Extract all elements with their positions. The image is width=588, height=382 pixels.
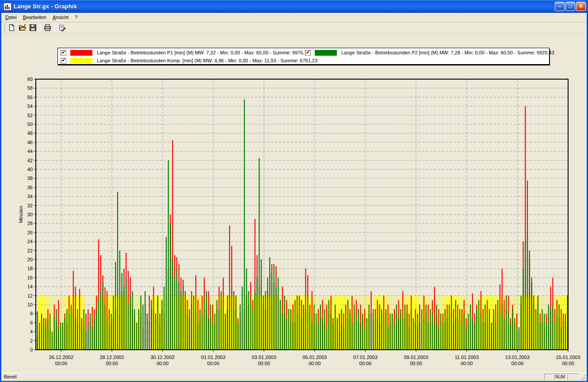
open-folder-icon xyxy=(19,24,26,31)
svg-text:32: 32 xyxy=(27,203,33,208)
svg-text:54: 54 xyxy=(27,103,33,109)
svg-text:20: 20 xyxy=(27,257,33,262)
chart-options-button[interactable] xyxy=(57,23,67,33)
toolbar xyxy=(1,21,587,34)
svg-text:28.12.2002: 28.12.2002 xyxy=(99,355,124,360)
svg-text:26: 26 xyxy=(27,230,33,235)
svg-text:36: 36 xyxy=(27,185,33,190)
svg-text:50: 50 xyxy=(27,122,33,127)
resize-grip[interactable] xyxy=(580,374,586,380)
svg-text:00:00: 00:00 xyxy=(309,361,321,366)
svg-text:00:00: 00:00 xyxy=(410,361,422,366)
svg-text:13.01.2003: 13.01.2003 xyxy=(505,355,530,360)
svg-text:00:00: 00:00 xyxy=(106,361,118,366)
svg-text:00:00: 00:00 xyxy=(157,361,169,366)
svg-text:58: 58 xyxy=(27,85,33,91)
open-button[interactable] xyxy=(17,23,27,33)
new-document-icon xyxy=(8,24,15,31)
chart-options-icon xyxy=(58,24,66,31)
y-axis-title: Minuten xyxy=(18,206,23,223)
svg-text:30.12.2002: 30.12.2002 xyxy=(150,355,175,360)
svg-text:22: 22 xyxy=(27,248,33,253)
status-pane-num: NUM xyxy=(554,374,566,380)
status-bar: Bereit NUM xyxy=(1,372,587,381)
minimize-button[interactable]: – xyxy=(555,2,565,11)
svg-text:8: 8 xyxy=(30,311,33,316)
svg-text:18: 18 xyxy=(27,266,33,271)
svg-text:34: 34 xyxy=(27,194,33,199)
svg-text:00:00: 00:00 xyxy=(461,361,473,366)
toolbar-grip[interactable] xyxy=(3,23,4,32)
new-document-button[interactable] xyxy=(6,23,17,33)
app-icon xyxy=(4,3,11,11)
svg-text:38: 38 xyxy=(27,176,33,181)
svg-text:14: 14 xyxy=(27,284,33,289)
svg-text:09.01.2003: 09.01.2003 xyxy=(404,355,428,360)
svg-text:00:00: 00:00 xyxy=(562,361,574,366)
svg-text:11.01.2003: 11.01.2003 xyxy=(455,355,479,360)
window-title: Lange Str.gx - Graphik xyxy=(14,3,77,10)
svg-text:6: 6 xyxy=(30,320,33,325)
svg-text:60: 60 xyxy=(27,76,33,82)
svg-text:42: 42 xyxy=(27,158,33,163)
svg-text:16: 16 xyxy=(27,275,33,280)
app-window: Lange Str.gx - Graphik – □ ✕ Datei Bearb… xyxy=(0,0,588,382)
svg-text:40: 40 xyxy=(27,167,33,172)
svg-text:10: 10 xyxy=(27,302,33,307)
print-button[interactable] xyxy=(42,23,53,33)
save-icon xyxy=(29,24,37,31)
chart-svg: 0246810121416182022242628303234363840424… xyxy=(1,34,587,372)
window-frame: Datei Bearbeiten Ansicht ? xyxy=(0,13,588,382)
svg-text:00:00: 00:00 xyxy=(55,361,68,366)
svg-text:00:00: 00:00 xyxy=(512,361,524,366)
close-button[interactable]: ✕ xyxy=(576,2,586,11)
svg-text:30: 30 xyxy=(27,212,33,217)
svg-text:03.01.2003: 03.01.2003 xyxy=(252,355,276,360)
menu-item-bearbeiten[interactable]: Bearbeiten xyxy=(20,14,50,21)
title-bar[interactable]: Lange Str.gx - Graphik – □ ✕ xyxy=(0,0,588,13)
svg-text:2: 2 xyxy=(30,338,33,344)
toolbar-separator xyxy=(40,23,40,32)
svg-text:44: 44 xyxy=(27,149,33,154)
svg-text:4: 4 xyxy=(30,329,33,334)
save-button[interactable] xyxy=(27,23,38,33)
maximize-button[interactable]: □ xyxy=(565,2,575,11)
svg-text:0: 0 xyxy=(30,347,33,352)
status-text: Bereit xyxy=(4,374,17,379)
svg-text:05.01.2003: 05.01.2003 xyxy=(302,355,327,360)
menu-item-ansicht[interactable]: Ansicht xyxy=(50,14,72,21)
menu-item-hilfe[interactable]: ? xyxy=(72,14,80,21)
svg-text:12: 12 xyxy=(27,293,33,298)
svg-text:24: 24 xyxy=(27,239,33,244)
svg-text:46: 46 xyxy=(27,140,33,145)
status-pane-blank-1 xyxy=(544,374,553,380)
svg-text:15.01.2003: 15.01.2003 xyxy=(556,355,580,360)
svg-text:28: 28 xyxy=(27,221,33,226)
status-pane-blank-2 xyxy=(567,374,579,380)
svg-text:48: 48 xyxy=(27,130,33,136)
menu-bar: Datei Bearbeiten Ansicht ? xyxy=(1,13,587,21)
svg-text:00:00: 00:00 xyxy=(258,361,270,366)
menu-item-datei[interactable]: Datei xyxy=(2,14,20,21)
svg-text:56: 56 xyxy=(27,95,33,100)
svg-text:01.01.2003: 01.01.2003 xyxy=(201,355,225,360)
toolbar-separator xyxy=(54,23,55,32)
svg-text:00:00: 00:00 xyxy=(207,361,220,366)
svg-text:00:00: 00:00 xyxy=(359,361,372,366)
svg-text:52: 52 xyxy=(27,113,33,118)
svg-text:26.12.2002: 26.12.2002 xyxy=(49,355,73,360)
svg-text:07.01.2003: 07.01.2003 xyxy=(353,355,378,360)
print-icon xyxy=(44,24,51,31)
chart-client-area: ✔ Lange Straße - Betriebsstunden P1 [min… xyxy=(1,34,587,372)
